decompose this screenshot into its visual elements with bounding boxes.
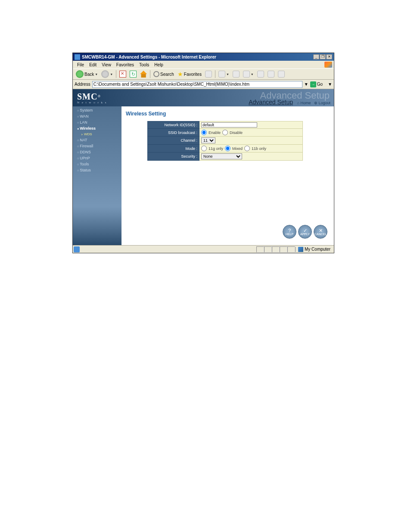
address-input[interactable] bbox=[92, 81, 302, 88]
sidebar-item-firewall[interactable]: Firewall bbox=[73, 143, 121, 149]
mode-11g-radio[interactable] bbox=[201, 146, 207, 151]
go-button[interactable]: → Go bbox=[310, 81, 323, 87]
chevron-down-icon: ▼ bbox=[110, 73, 113, 76]
favorites-button[interactable]: ★ Favorites bbox=[176, 70, 203, 78]
security-zone: My Computer bbox=[295, 247, 333, 252]
apply-button[interactable]: ✓ APPLY bbox=[298, 225, 312, 239]
mode-11b-radio[interactable] bbox=[244, 146, 250, 151]
apply-icon: ✓ bbox=[303, 228, 307, 233]
menu-view[interactable]: View bbox=[99, 62, 114, 68]
content-area: SMC® N e t w o r k s Advanced Setup Adva… bbox=[73, 89, 334, 245]
messenger-icon bbox=[268, 71, 274, 78]
row-channel: Channel : 11 bbox=[148, 137, 303, 145]
sidebar-item-wireless[interactable]: Wireless bbox=[73, 125, 121, 131]
channel-select[interactable]: 11 bbox=[201, 137, 215, 143]
security-select[interactable]: None bbox=[201, 153, 242, 159]
edit-button[interactable]: ▼ bbox=[242, 70, 255, 78]
cancel-button[interactable]: ✕ CANCEL bbox=[314, 225, 327, 239]
browser-window: SMCWBR14-GM - Advanced Settings - Micros… bbox=[72, 53, 334, 253]
menubar: File Edit View Favorites Tools Help bbox=[73, 61, 334, 68]
row-security: Security : None bbox=[148, 152, 303, 161]
home-link[interactable]: ⌂ Home bbox=[297, 101, 311, 105]
computer-icon bbox=[298, 247, 303, 252]
header-banner: SMC® N e t w o r k s Advanced Setup Adva… bbox=[73, 89, 334, 106]
banner-title: Advanced Setup bbox=[249, 99, 293, 106]
edit-icon bbox=[243, 71, 250, 78]
chevron-down-icon[interactable]: ▼ bbox=[328, 82, 332, 87]
help-button[interactable]: ? HELP bbox=[283, 225, 296, 239]
mail-button[interactable]: ▼ bbox=[217, 70, 230, 78]
tool-button-3[interactable] bbox=[277, 70, 286, 78]
broadcast-disable-radio[interactable] bbox=[222, 130, 228, 135]
sidebar-item-upnp[interactable]: UPnP bbox=[73, 155, 121, 161]
wireless-settings-table: Network ID(SSID) : SSID broadcast : Enab… bbox=[147, 121, 303, 161]
titlebar: SMCWBR14-GM - Advanced Settings - Micros… bbox=[73, 53, 334, 61]
broadcast-label: SSID broadcast : bbox=[148, 129, 199, 137]
channel-label: Channel : bbox=[148, 137, 199, 145]
refresh-button[interactable]: ↻ bbox=[128, 70, 138, 78]
status-pane bbox=[272, 246, 280, 252]
sidebar: System WAN LAN Wireless WDS NAT Firewall… bbox=[73, 89, 121, 245]
refresh-icon: ↻ bbox=[130, 71, 137, 78]
history-icon bbox=[205, 71, 212, 78]
home-button[interactable] bbox=[139, 70, 148, 78]
status-pane bbox=[256, 246, 264, 252]
smc-logo: SMC® N e t w o r k s bbox=[77, 92, 107, 104]
row-ssid: Network ID(SSID) : bbox=[148, 121, 303, 129]
sidebar-item-nat[interactable]: NAT bbox=[73, 137, 121, 143]
mode-label: Mode : bbox=[148, 145, 199, 152]
statusbar: My Computer bbox=[73, 245, 334, 253]
back-button[interactable]: Back ▼ bbox=[75, 70, 99, 78]
sidebar-decoration bbox=[73, 206, 121, 245]
menu-edit[interactable]: Edit bbox=[87, 62, 99, 68]
menu-file[interactable]: File bbox=[75, 62, 87, 68]
minimize-button[interactable]: _ bbox=[313, 54, 319, 59]
menu-help[interactable]: Help bbox=[152, 62, 166, 68]
cancel-icon: ✕ bbox=[319, 228, 323, 233]
ssid-label: Network ID(SSID) : bbox=[148, 121, 199, 129]
status-ie-icon bbox=[74, 246, 80, 252]
stop-icon bbox=[119, 71, 126, 78]
star-icon: ★ bbox=[177, 71, 183, 78]
ssid-input[interactable] bbox=[201, 122, 257, 128]
sidebar-item-status[interactable]: Status bbox=[73, 167, 121, 173]
folder-icon bbox=[257, 71, 264, 78]
search-button[interactable]: Search bbox=[152, 71, 175, 78]
menu-favorites[interactable]: Favorites bbox=[114, 62, 137, 68]
status-pane bbox=[264, 246, 272, 252]
tool-button-1[interactable] bbox=[256, 70, 265, 78]
maximize-button[interactable]: ❐ bbox=[320, 54, 326, 59]
broadcast-enable-radio[interactable] bbox=[201, 130, 207, 135]
search-icon bbox=[153, 71, 159, 77]
menu-tools[interactable]: Tools bbox=[137, 62, 152, 68]
extra-icon bbox=[278, 71, 285, 78]
mail-icon bbox=[218, 71, 225, 78]
print-button[interactable] bbox=[231, 70, 241, 78]
sidebar-subitem-wds[interactable]: WDS bbox=[73, 131, 121, 137]
main-panel: Wireless Setting Network ID(SSID) : SSID… bbox=[121, 89, 334, 245]
help-icon: ? bbox=[288, 228, 291, 233]
sidebar-item-system[interactable]: System bbox=[73, 107, 121, 113]
forward-button[interactable]: ▼ bbox=[100, 70, 114, 78]
row-mode: Mode : 11g only Mixed 11b only bbox=[148, 145, 303, 152]
ie-icon bbox=[75, 54, 80, 60]
print-icon bbox=[233, 71, 240, 78]
mode-mixed-radio[interactable] bbox=[225, 146, 230, 151]
sidebar-item-ddns[interactable]: DDNS bbox=[73, 149, 121, 155]
close-button[interactable]: ✕ bbox=[326, 54, 332, 59]
logout-link[interactable]: ⊗ Logout bbox=[314, 101, 330, 105]
tool-button-2[interactable] bbox=[266, 70, 276, 78]
row-broadcast: SSID broadcast : Enable Disable bbox=[148, 129, 303, 137]
chevron-down-icon: ▼ bbox=[95, 73, 98, 76]
windows-flag-icon bbox=[324, 62, 332, 68]
stop-button[interactable] bbox=[118, 70, 128, 78]
status-pane bbox=[287, 246, 295, 252]
sidebar-item-wan[interactable]: WAN bbox=[73, 113, 121, 119]
history-button[interactable] bbox=[204, 70, 213, 78]
sidebar-item-lan[interactable]: LAN bbox=[73, 119, 121, 125]
home-icon bbox=[140, 71, 147, 78]
section-title: Wireless Setting bbox=[126, 111, 334, 117]
address-dropdown-icon[interactable]: ▼ bbox=[304, 82, 308, 87]
sidebar-item-tools[interactable]: Tools bbox=[73, 161, 121, 167]
go-icon: → bbox=[310, 81, 316, 87]
